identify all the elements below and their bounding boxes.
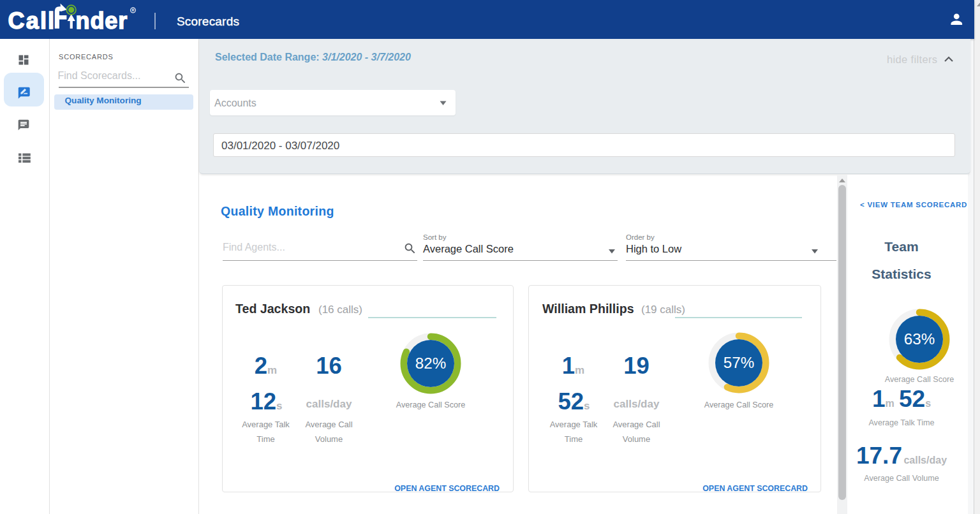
svg-text:nder: nder	[76, 8, 128, 34]
svg-text:57%: 57%	[724, 354, 754, 371]
svg-text:63%: 63%	[904, 330, 935, 348]
svg-text:82%: 82%	[415, 355, 446, 372]
svg-text:Call: Call	[8, 8, 56, 34]
svg-text:R: R	[132, 8, 135, 12]
